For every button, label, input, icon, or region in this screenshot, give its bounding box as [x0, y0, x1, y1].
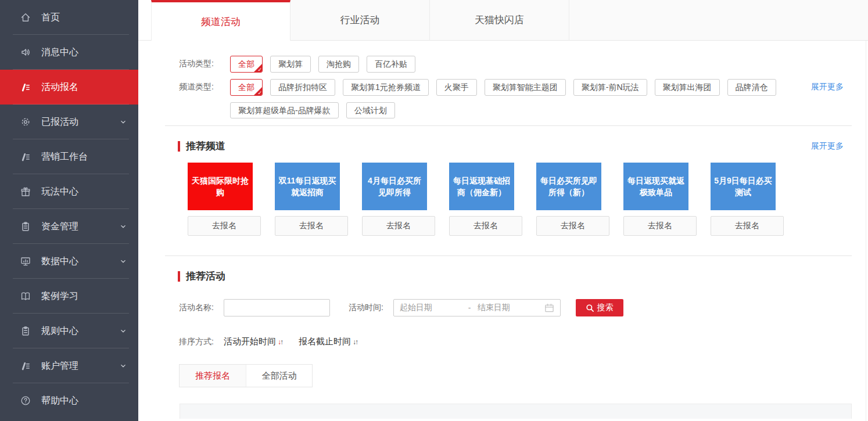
sidebar-item-registered-activities[interactable]: 已报活动 — [0, 105, 138, 139]
speaker-icon — [20, 46, 31, 58]
section-accent-bar — [178, 141, 180, 152]
filter-chip[interactable]: 公域计划 — [346, 102, 395, 119]
sidebar-item-account-management[interactable]: 账户管理 — [0, 348, 138, 383]
chevron-down-icon — [119, 257, 128, 266]
date-range-picker[interactable]: 起始日期 - 结束日期 — [393, 299, 561, 316]
channel-card-column: 每日必买所见即所得（新）去报名 — [536, 163, 609, 236]
tab-industry-activities[interactable]: 行业活动 — [290, 0, 430, 41]
start-date-placeholder[interactable]: 起始日期 — [400, 303, 468, 313]
sidebar-item-label: 规则中心 — [41, 325, 78, 337]
sidebar-item-data-center[interactable]: 数据中心 — [0, 244, 138, 279]
content-right-border — [866, 41, 866, 421]
signup-button[interactable]: 去报名 — [536, 216, 609, 236]
channel-card[interactable]: 每日返现基础招商（佣金新） — [449, 163, 514, 210]
channel-cards-row: 天猫国际限时抢购去报名双11每日返现买就返招商去报名4月每日必买所见即所得去报名… — [178, 163, 852, 236]
main-tabbar: 频道活动行业活动天猫快闪店 — [138, 0, 868, 41]
sort-option-activity-start-time[interactable]: 活动开始时间↓↑ — [224, 336, 284, 347]
filter-chip[interactable]: 全部 — [230, 56, 263, 73]
expand-more-link[interactable]: 展开更多 — [811, 141, 844, 152]
subtab-all-activities[interactable]: 全部活动 — [246, 365, 312, 387]
filter-chip[interactable]: 火聚手 — [436, 79, 477, 96]
channel-card[interactable]: 5月9日每日必买测试 — [711, 163, 776, 210]
sidebar-item-rules-center[interactable]: 规则中心 — [0, 314, 138, 348]
sidebar-item-label: 消息中心 — [41, 46, 78, 59]
table-header-bar — [180, 404, 852, 419]
activity-subtabs: 推荐报名全部活动 — [179, 364, 313, 387]
filter-row: 活动类型:全部聚划算淘抢购百亿补贴 — [179, 56, 852, 73]
filter-chip[interactable]: 聚划算出海团 — [655, 79, 720, 96]
sidebar-item-activity-signup[interactable]: 活动报名 — [0, 70, 138, 105]
channel-card[interactable]: 双11每日返现买就返招商 — [275, 163, 340, 210]
filters-panel: 活动类型:全部聚划算淘抢购百亿补贴频道类型:全部品牌折扣特区聚划算1元抢券频道火… — [138, 41, 868, 118]
filter-row: 频道类型:全部品牌折扣特区聚划算1元抢券频道火聚手聚划算智能主题团聚划算-前N玩… — [179, 79, 852, 96]
activity-name-input[interactable] — [224, 299, 330, 316]
chevron-down-icon — [119, 117, 128, 127]
filter-chip[interactable]: 聚划算 — [270, 56, 311, 73]
channel-card-column: 5月9日每日必买测试去报名 — [711, 163, 784, 236]
sidebar-item-case-study[interactable]: 案例学习 — [0, 279, 138, 314]
filter-chip[interactable]: 聚划算1元抢券频道 — [343, 79, 429, 96]
gift-icon — [20, 186, 31, 197]
sidebar-item-label: 已报活动 — [41, 116, 78, 128]
signup-button[interactable]: 去报名 — [362, 216, 435, 236]
pen-list-icon — [20, 81, 31, 93]
sort-asc-arrow: ↑ — [355, 338, 358, 346]
sort-arrows-icon: ↓↑ — [353, 338, 358, 346]
channel-card[interactable]: 每日必买所见即所得（新） — [536, 163, 601, 210]
sidebar-item-label: 数据中心 — [41, 256, 78, 268]
section-divider — [165, 256, 852, 256]
chevron-down-icon — [119, 326, 128, 336]
filter-chip[interactable]: 聚划算-前N玩法 — [573, 79, 647, 96]
filter-chip[interactable]: 淘抢购 — [318, 56, 359, 73]
search-icon — [586, 304, 594, 312]
search-button-label: 搜索 — [597, 303, 614, 313]
tab-tmall-flash-store[interactable]: 天猫快闪店 — [430, 0, 569, 41]
filter-chip[interactable]: 全部 — [230, 79, 263, 96]
end-date-placeholder[interactable]: 结束日期 — [478, 303, 544, 313]
sidebar-item-label: 案例学习 — [41, 290, 78, 303]
filter-chip[interactable]: 品牌清仓 — [727, 79, 776, 96]
recommended-channels-section: 推荐频道 展开更多 天猫国际限时抢购去报名双11每日返现买就返招商去报名4月每日… — [138, 139, 868, 236]
channel-card-column: 每日返现基础招商（佣金新）去报名 — [449, 163, 522, 236]
expand-more-link[interactable]: 展开更多 — [811, 82, 844, 92]
section-accent-bar — [178, 271, 180, 282]
app-root: 首页消息中心活动报名已报活动营销工作台玩法中心资金管理数据中心案例学习规则中心账… — [0, 0, 868, 421]
sidebar-item-play-center[interactable]: 玩法中心 — [0, 174, 138, 209]
signup-button[interactable]: 去报名 — [188, 216, 261, 236]
channel-card[interactable]: 4月每日必买所见即所得 — [362, 163, 427, 210]
sort-option-text: 报名截止时间 — [299, 336, 351, 347]
sidebar-item-marketing-workbench[interactable]: 营销工作台 — [0, 139, 138, 174]
subtab-recommended-signup[interactable]: 推荐报名 — [180, 365, 246, 387]
sort-label: 排序方式: — [179, 337, 214, 347]
channel-card[interactable]: 每日返现买就返极致单品 — [623, 163, 688, 210]
sidebar-item-home[interactable]: 首页 — [0, 0, 138, 35]
sidebar-item-message-center[interactable]: 消息中心 — [0, 35, 138, 70]
section-title: 推荐活动 — [186, 269, 225, 283]
chevron-down-icon — [119, 222, 128, 231]
sidebar-item-help-center[interactable]: 帮助中心 — [0, 383, 138, 418]
filter-chip[interactable]: 聚划算超级单品-品牌爆款 — [230, 102, 339, 119]
channel-card[interactable]: 天猫国际限时抢购 — [188, 163, 253, 210]
chevron-down-icon — [119, 361, 128, 370]
tabbar-filler — [569, 0, 868, 41]
activity-time-label: 活动时间: — [349, 303, 383, 313]
tab-channel-activities[interactable]: 频道活动 — [151, 0, 290, 41]
filter-chip[interactable]: 品牌折扣特区 — [270, 79, 335, 96]
signup-button[interactable]: 去报名 — [449, 216, 522, 236]
sort-option-signup-deadline[interactable]: 报名截止时间↓↑ — [299, 336, 358, 347]
filter-chip[interactable]: 百亿补贴 — [367, 56, 415, 73]
signup-button[interactable]: 去报名 — [623, 216, 697, 236]
search-button[interactable]: 搜索 — [576, 299, 623, 316]
sort-row: 排序方式:活动开始时间↓↑报名截止时间↓↑ — [178, 336, 852, 347]
main-content: 频道活动行业活动天猫快闪店 活动类型:全部聚划算淘抢购百亿补贴频道类型:全部品牌… — [138, 0, 868, 421]
recommended-activities-header: 推荐活动 — [178, 269, 852, 283]
pen-list-icon — [20, 151, 31, 163]
clipboard-icon — [20, 325, 31, 337]
signup-button[interactable]: 去报名 — [711, 216, 784, 236]
sidebar-item-label: 活动报名 — [41, 81, 78, 93]
signup-button[interactable]: 去报名 — [275, 216, 348, 236]
sidebar-item-funds-management[interactable]: 资金管理 — [0, 209, 138, 244]
filter-chip[interactable]: 聚划算智能主题团 — [485, 79, 566, 96]
date-range-separator: - — [468, 303, 478, 312]
monitor-chart-icon — [20, 256, 31, 267]
